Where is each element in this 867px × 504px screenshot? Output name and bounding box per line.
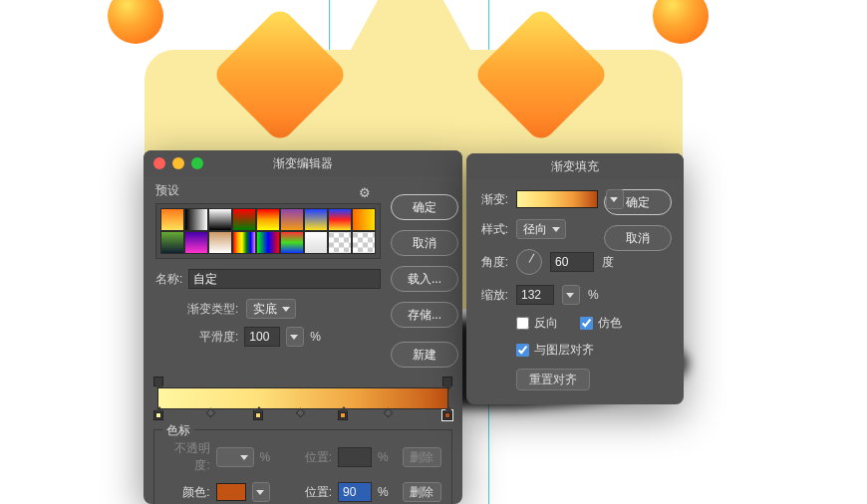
degree-label: 度 xyxy=(602,254,614,271)
minimize-icon[interactable] xyxy=(172,157,184,169)
angle-input[interactable] xyxy=(550,252,594,272)
preset-swatch[interactable] xyxy=(232,208,256,231)
name-label: 名称: xyxy=(155,271,182,288)
dialog-title: 渐变填充 xyxy=(551,159,599,173)
save-button[interactable]: 存储... xyxy=(391,302,458,328)
opacity-select xyxy=(216,447,254,467)
percent-label: % xyxy=(310,330,321,344)
type-label: 渐变类型: xyxy=(187,301,238,318)
presets-label: 预设 xyxy=(155,182,381,199)
delete-opacity-button: 删除 xyxy=(403,447,441,467)
maximize-icon[interactable] xyxy=(191,157,203,169)
opacity-stop[interactable] xyxy=(442,377,452,386)
color-stop[interactable] xyxy=(253,410,263,420)
align-checkbox[interactable]: 与图层对齐 xyxy=(516,342,594,359)
preset-grid[interactable] xyxy=(155,203,381,259)
reset-align-button[interactable]: 重置对齐 xyxy=(516,369,590,390)
style-label: 样式: xyxy=(478,221,508,238)
gear-icon[interactable]: ⚙ xyxy=(359,185,371,200)
angle-label: 角度: xyxy=(478,254,508,271)
new-button[interactable]: 新建 xyxy=(391,342,458,368)
type-select[interactable]: 实底 xyxy=(246,299,296,319)
smooth-label: 平滑度: xyxy=(199,329,238,346)
smooth-unit-select[interactable] xyxy=(286,327,304,347)
preset-swatch[interactable] xyxy=(208,208,232,231)
location-label: 位置: xyxy=(286,449,332,466)
color-stop[interactable] xyxy=(153,410,163,420)
stops-group: 色标 不透明度: % 位置: % 删除 颜色: 位置: % 删除 xyxy=(153,429,452,504)
angle-dial[interactable] xyxy=(516,249,542,275)
color-menu[interactable] xyxy=(252,482,270,502)
preset-swatch[interactable] xyxy=(328,231,352,254)
preset-swatch[interactable] xyxy=(160,208,184,231)
percent-label: % xyxy=(260,450,271,464)
gradient-bar[interactable] xyxy=(157,387,448,409)
preset-swatch[interactable] xyxy=(304,231,328,254)
gradient-fill-titlebar[interactable]: 渐变填充 xyxy=(466,153,684,179)
scale-input[interactable] xyxy=(516,285,554,305)
preset-swatch[interactable] xyxy=(304,208,328,231)
preset-swatch[interactable] xyxy=(352,231,376,254)
crown-spike xyxy=(321,0,500,105)
preset-swatch[interactable] xyxy=(280,208,304,231)
color-swatch[interactable] xyxy=(216,483,247,501)
dither-checkbox[interactable]: 仿色 xyxy=(580,315,622,332)
gradient-editor-dialog: 渐变编辑器 ⚙ 预设 xyxy=(144,150,462,504)
gradient-menu[interactable] xyxy=(606,189,624,209)
crown-ball-right xyxy=(653,0,709,44)
preset-swatch[interactable] xyxy=(208,231,232,254)
dialog-title: 渐变编辑器 xyxy=(273,156,333,170)
scale-menu[interactable] xyxy=(562,285,580,305)
preset-swatch[interactable] xyxy=(184,231,208,254)
cancel-button[interactable]: 取消 xyxy=(604,225,672,251)
preset-swatch[interactable] xyxy=(280,231,304,254)
location-label: 位置: xyxy=(286,484,332,501)
close-icon[interactable] xyxy=(153,157,165,169)
smooth-input[interactable] xyxy=(244,327,280,347)
stops-legend: 色标 xyxy=(162,422,194,439)
preset-swatch[interactable] xyxy=(328,208,352,231)
color-stop-selected[interactable] xyxy=(442,410,452,420)
reverse-checkbox[interactable]: 反向 xyxy=(516,315,558,332)
color-location-input[interactable] xyxy=(338,482,372,502)
load-button[interactable]: 载入... xyxy=(391,266,458,292)
preset-swatch[interactable] xyxy=(352,208,376,231)
preset-swatch[interactable] xyxy=(256,231,280,254)
opacity-label: 不透明度: xyxy=(164,440,210,474)
name-input[interactable] xyxy=(188,269,381,289)
delete-color-button[interactable]: 删除 xyxy=(403,482,441,502)
gradient-preview[interactable] xyxy=(516,190,598,208)
gradient-editor-titlebar[interactable]: 渐变编辑器 xyxy=(144,150,462,176)
color-label: 颜色: xyxy=(164,484,210,501)
midpoint-icon[interactable] xyxy=(383,408,393,418)
scale-label: 缩放: xyxy=(478,287,508,304)
gradient-label: 渐变: xyxy=(478,191,508,208)
window-controls xyxy=(153,157,203,169)
opacity-stop[interactable] xyxy=(153,377,163,386)
color-stop[interactable] xyxy=(338,410,348,420)
preset-swatch[interactable] xyxy=(184,208,208,231)
preset-swatch[interactable] xyxy=(256,208,280,231)
ok-button[interactable]: 确定 xyxy=(391,194,458,220)
opacity-location-input xyxy=(338,447,372,467)
style-select[interactable]: 径向 xyxy=(516,219,566,239)
percent-label: % xyxy=(378,485,389,499)
midpoint-icon[interactable] xyxy=(296,408,306,418)
percent-label: % xyxy=(378,450,389,464)
preset-swatch[interactable] xyxy=(160,231,184,254)
midpoint-icon[interactable] xyxy=(205,408,215,418)
crown-ball-left xyxy=(108,0,163,44)
percent-label: % xyxy=(588,288,599,302)
preset-swatch[interactable] xyxy=(232,231,256,254)
gradient-fill-dialog: 渐变填充 确定 取消 渐变: 样式: 径向 角度: 度 缩放: % 反向 仿色 xyxy=(466,153,684,404)
cancel-button[interactable]: 取消 xyxy=(391,230,458,256)
